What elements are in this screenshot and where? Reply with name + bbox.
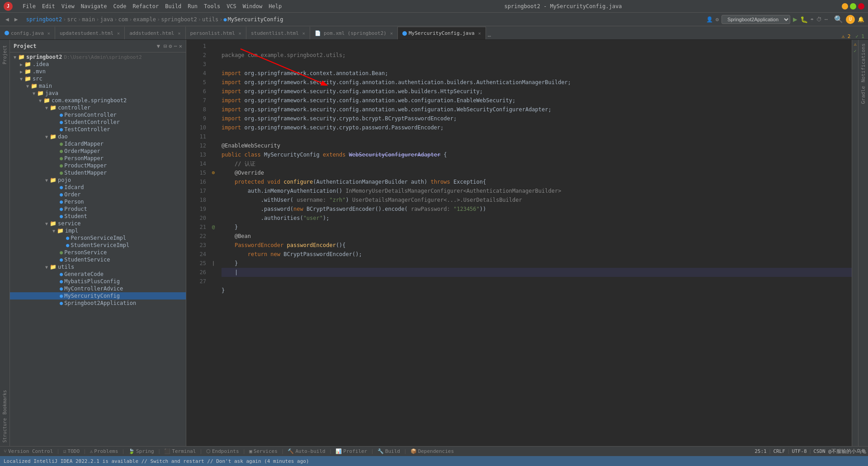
notifications-panel-icon[interactable]: Notifications bbox=[860, 43, 866, 82]
tree-item-impl[interactable]: ▼ 📁 impl bbox=[10, 227, 186, 234]
search-icon-top[interactable]: ⚙ bbox=[716, 16, 719, 23]
tab-close-mysecurity[interactable]: ✕ bbox=[478, 31, 481, 36]
gradle-icon[interactable]: Gradle bbox=[860, 86, 866, 104]
dependencies-status[interactable]: 📦 Dependencies bbox=[409, 448, 456, 454]
tree-item-generatecode[interactable]: ● GenerateCode bbox=[10, 271, 186, 278]
endpoints-status[interactable]: ⬡ Endpoints bbox=[204, 448, 241, 454]
encoding-status[interactable]: CRLF bbox=[773, 448, 785, 454]
tab-close-pom[interactable]: ✕ bbox=[390, 31, 393, 36]
profile-button[interactable]: ⏱ bbox=[816, 16, 822, 23]
services-status[interactable]: ▣ Services bbox=[247, 448, 279, 454]
tree-item-mybatisplusconfig[interactable]: ● MybatisPlusConfig bbox=[10, 278, 186, 285]
tab-close-personlist[interactable]: ✕ bbox=[239, 31, 241, 36]
bc-src[interactable]: src bbox=[67, 16, 77, 23]
menu-tools[interactable]: Tools bbox=[201, 2, 223, 10]
tree-item-student[interactable]: ● Student bbox=[10, 213, 186, 220]
bc-java[interactable]: java bbox=[100, 16, 113, 23]
tree-item-personserviceimpl[interactable]: ● PersonServiceImpl bbox=[10, 234, 186, 242]
tree-item-com[interactable]: ▼ 📁 com.example.springboot2 bbox=[10, 97, 186, 104]
tree-item-testcontroller[interactable]: ● TestController bbox=[10, 126, 186, 133]
run-button[interactable]: ▶ bbox=[793, 15, 797, 24]
menu-view[interactable]: View bbox=[59, 2, 77, 10]
tree-item-java[interactable]: ▼ 📁 java bbox=[10, 90, 186, 97]
menu-build[interactable]: Build bbox=[162, 2, 184, 10]
tree-item-dao[interactable]: ▼ 📁 dao bbox=[10, 133, 186, 140]
tab-updatestudent[interactable]: updatestudent.html ✕ bbox=[55, 27, 125, 39]
bc-utils[interactable]: utils bbox=[202, 16, 218, 23]
build-status[interactable]: 🔧 Build bbox=[376, 448, 402, 454]
tab-close-config[interactable]: ✕ bbox=[47, 31, 50, 36]
sidebar-close[interactable]: ✕ bbox=[179, 43, 182, 49]
version-control-status[interactable]: ⑂ Version Control bbox=[2, 448, 55, 454]
notifications-button[interactable]: 🔔 bbox=[858, 16, 864, 23]
tree-item-studentserviceimpl[interactable]: ● StudentServiceImpl bbox=[10, 242, 186, 249]
project-icon[interactable]: Project bbox=[2, 43, 7, 66]
menu-navigate[interactable]: Navigate bbox=[78, 2, 110, 10]
menu-window[interactable]: Window bbox=[240, 2, 265, 10]
tree-item-ordermapper[interactable]: ● OrderMapper bbox=[10, 147, 186, 155]
tree-item-studentcontroller[interactable]: ● StudentController bbox=[10, 119, 186, 126]
coverage-button[interactable]: ☂ bbox=[811, 16, 814, 23]
sidebar-dropdown[interactable]: ▼ bbox=[157, 43, 160, 49]
tree-item-idcard[interactable]: ● Idcard bbox=[10, 184, 186, 191]
bc-example[interactable]: example bbox=[133, 16, 156, 23]
sidebar-settings[interactable]: ⚙ bbox=[169, 43, 172, 49]
tree-item-product[interactable]: ● Product bbox=[10, 205, 186, 213]
tab-config[interactable]: config.java ✕ bbox=[0, 27, 55, 39]
tree-item-personcontroller[interactable]: ● PersonController bbox=[10, 111, 186, 119]
charset-status[interactable]: UTF-8 bbox=[792, 448, 807, 454]
tree-item-idcardmapper[interactable]: ● IdcardMapper bbox=[10, 140, 186, 147]
problems-status[interactable]: ⚠ Problems bbox=[88, 448, 120, 454]
tab-close-studentlist[interactable]: ✕ bbox=[302, 31, 305, 36]
todo-status[interactable]: ☑ TODO bbox=[61, 448, 81, 454]
sidebar-collapse-all[interactable]: ⊟ bbox=[164, 43, 167, 49]
menu-run[interactable]: Run bbox=[185, 2, 200, 10]
search-button[interactable]: 🔍 bbox=[834, 15, 843, 24]
tree-item-src[interactable]: ▼ 📁 src bbox=[10, 75, 186, 82]
minimize-button[interactable] bbox=[842, 3, 848, 10]
tree-item-person[interactable]: ● Person bbox=[10, 198, 186, 205]
tab-mysecurity[interactable]: MySercurityConfig.java ✕ bbox=[398, 27, 486, 39]
nav-back-button[interactable]: ◀ bbox=[4, 15, 11, 24]
tab-close-updatestudent[interactable]: ✕ bbox=[117, 31, 120, 36]
tree-item-pojo[interactable]: ▼ 📁 pojo bbox=[10, 176, 186, 184]
tree-item-service[interactable]: ▼ 📁 service bbox=[10, 220, 186, 227]
bookmarks-icon[interactable]: Bookmarks bbox=[2, 390, 7, 414]
menu-code[interactable]: Code bbox=[111, 2, 129, 10]
bc-main[interactable]: main bbox=[82, 16, 95, 23]
tree-item-studentservice[interactable]: ● StudentService bbox=[10, 256, 186, 263]
menu-help[interactable]: Help bbox=[266, 2, 284, 10]
bc-mysecurity[interactable]: MySercurityConfig bbox=[228, 16, 283, 23]
tree-item-mysercurityconfig[interactable]: ● MySercurityConfig bbox=[10, 292, 186, 300]
nav-forward-button[interactable]: ▶ bbox=[13, 15, 20, 24]
tab-close-addstudent[interactable]: ✕ bbox=[178, 31, 180, 36]
bc-com[interactable]: com bbox=[118, 16, 128, 23]
terminal-status[interactable]: ⬛ Terminal bbox=[162, 448, 198, 454]
tree-item-utils[interactable]: ▼ 📁 utils bbox=[10, 263, 186, 271]
autobuild-status[interactable]: 🔨 Auto-build bbox=[286, 448, 327, 454]
maximize-button[interactable] bbox=[850, 3, 856, 10]
user-avatar[interactable]: U bbox=[846, 15, 855, 24]
tree-item-mycontrolleradvice[interactable]: ● MyControllerAdvice bbox=[10, 285, 186, 292]
code-text[interactable]: package com.example.springboot2.utils; i… bbox=[218, 40, 858, 446]
tree-item-springboot2app[interactable]: ● Springboot2Application bbox=[10, 300, 186, 307]
menu-edit[interactable]: Edit bbox=[39, 2, 58, 10]
tree-item-order[interactable]: ● Order bbox=[10, 191, 186, 198]
app-selector[interactable]: Springboot2Application bbox=[722, 15, 790, 24]
user-icon[interactable]: 👤 bbox=[706, 16, 713, 23]
bc-springboot2-2[interactable]: springboot2 bbox=[161, 16, 197, 23]
tree-item-studentmapper[interactable]: ● StudentMapper bbox=[10, 169, 186, 176]
menu-vcs[interactable]: VCS bbox=[224, 2, 239, 10]
tree-item-root[interactable]: ▼ 📁 springboot2 D:\Users\Admin\springboo… bbox=[10, 53, 186, 61]
tree-item-personservice[interactable]: ● PersonService bbox=[10, 249, 186, 256]
tree-item-main[interactable]: ▼ 📁 main bbox=[10, 82, 186, 90]
tab-addstudent[interactable]: addstudent.html ✕ bbox=[125, 27, 185, 39]
tree-item-idea[interactable]: ▶ 📁 .idea bbox=[10, 61, 186, 68]
profiler-status[interactable]: 📊 Profiler bbox=[334, 448, 369, 454]
sidebar-more[interactable]: ⋯ bbox=[174, 43, 177, 49]
debug-button[interactable]: 🐛 bbox=[800, 16, 808, 23]
close-button[interactable] bbox=[858, 3, 864, 10]
tab-personlist[interactable]: personlist.html ✕ bbox=[186, 27, 246, 39]
tab-pom[interactable]: 📄 pom.xml (springboot2) ✕ bbox=[310, 27, 398, 39]
tree-item-controller[interactable]: ▼ 📁 controller bbox=[10, 104, 186, 111]
